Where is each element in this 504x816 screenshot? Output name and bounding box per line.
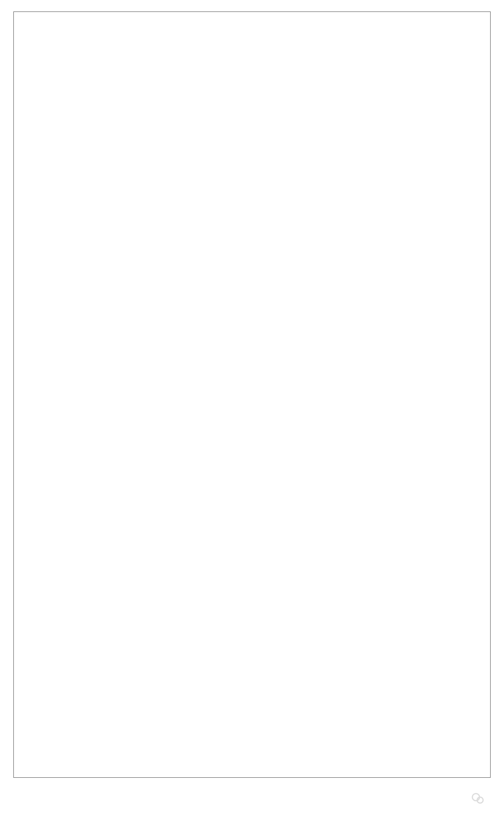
diagram-root (0, 0, 504, 816)
diagram-frame (13, 11, 491, 778)
edges-layer (14, 12, 157, 84)
watermark (471, 791, 490, 805)
wechat-icon (471, 791, 485, 805)
